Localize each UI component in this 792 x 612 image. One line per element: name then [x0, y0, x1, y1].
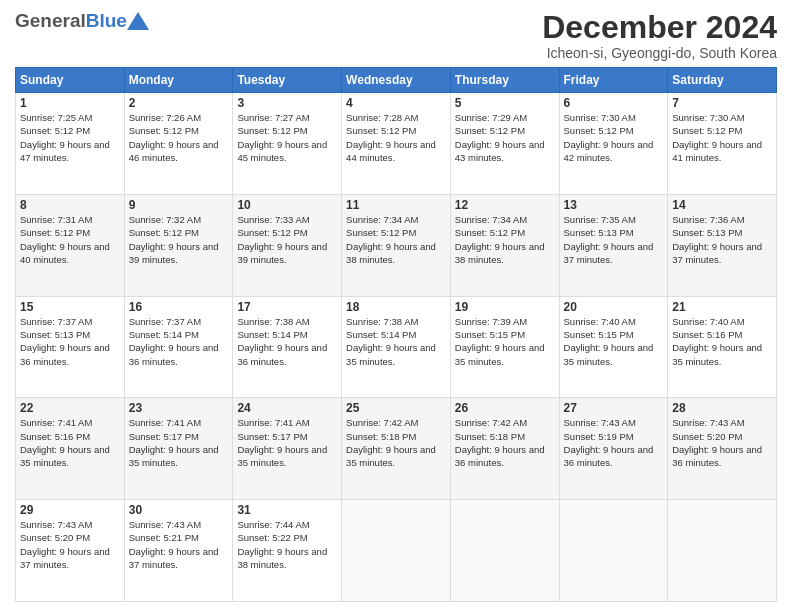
calendar-cell: 4 Sunrise: 7:28 AM Sunset: 5:12 PM Dayli…: [342, 93, 451, 195]
sunrise-label: Sunrise: 7:41 AM: [237, 417, 309, 428]
day-info: Sunrise: 7:37 AM Sunset: 5:14 PM Dayligh…: [129, 315, 229, 368]
daylight-label: Daylight: 9 hours and 37 minutes.: [20, 546, 110, 570]
daylight-label: Daylight: 9 hours and 35 minutes.: [346, 342, 436, 366]
sunrise-label: Sunrise: 7:43 AM: [672, 417, 744, 428]
sunrise-label: Sunrise: 7:36 AM: [672, 214, 744, 225]
day-info: Sunrise: 7:32 AM Sunset: 5:12 PM Dayligh…: [129, 213, 229, 266]
day-info: Sunrise: 7:39 AM Sunset: 5:15 PM Dayligh…: [455, 315, 555, 368]
sunset-label: Sunset: 5:18 PM: [346, 431, 416, 442]
day-number: 19: [455, 300, 555, 314]
daylight-label: Daylight: 9 hours and 41 minutes.: [672, 139, 762, 163]
day-number: 31: [237, 503, 337, 517]
sunset-label: Sunset: 5:12 PM: [129, 227, 199, 238]
day-number: 18: [346, 300, 446, 314]
sunrise-label: Sunrise: 7:40 AM: [672, 316, 744, 327]
calendar-cell: 17 Sunrise: 7:38 AM Sunset: 5:14 PM Dayl…: [233, 296, 342, 398]
month-title: December 2024: [542, 10, 777, 45]
header: General Blue December 2024 Icheon-si, Gy…: [15, 10, 777, 61]
daylight-label: Daylight: 9 hours and 38 minutes.: [237, 546, 327, 570]
daylight-label: Daylight: 9 hours and 42 minutes.: [564, 139, 654, 163]
sunrise-label: Sunrise: 7:37 AM: [20, 316, 92, 327]
sunrise-label: Sunrise: 7:38 AM: [346, 316, 418, 327]
calendar-cell: 30 Sunrise: 7:43 AM Sunset: 5:21 PM Dayl…: [124, 500, 233, 602]
sunrise-label: Sunrise: 7:30 AM: [672, 112, 744, 123]
sunset-label: Sunset: 5:14 PM: [129, 329, 199, 340]
sunset-label: Sunset: 5:21 PM: [129, 532, 199, 543]
day-info: Sunrise: 7:37 AM Sunset: 5:13 PM Dayligh…: [20, 315, 120, 368]
day-info: Sunrise: 7:26 AM Sunset: 5:12 PM Dayligh…: [129, 111, 229, 164]
calendar-cell: 24 Sunrise: 7:41 AM Sunset: 5:17 PM Dayl…: [233, 398, 342, 500]
daylight-label: Daylight: 9 hours and 36 minutes.: [672, 444, 762, 468]
calendar-cell: [559, 500, 668, 602]
calendar-cell: 3 Sunrise: 7:27 AM Sunset: 5:12 PM Dayli…: [233, 93, 342, 195]
day-info: Sunrise: 7:36 AM Sunset: 5:13 PM Dayligh…: [672, 213, 772, 266]
sunrise-label: Sunrise: 7:31 AM: [20, 214, 92, 225]
sunrise-label: Sunrise: 7:44 AM: [237, 519, 309, 530]
day-number: 20: [564, 300, 664, 314]
daylight-label: Daylight: 9 hours and 44 minutes.: [346, 139, 436, 163]
calendar-cell: 19 Sunrise: 7:39 AM Sunset: 5:15 PM Dayl…: [450, 296, 559, 398]
daylight-label: Daylight: 9 hours and 35 minutes.: [346, 444, 436, 468]
day-info: Sunrise: 7:33 AM Sunset: 5:12 PM Dayligh…: [237, 213, 337, 266]
calendar-header-saturday: Saturday: [668, 68, 777, 93]
sunset-label: Sunset: 5:14 PM: [346, 329, 416, 340]
logo-icon: [127, 12, 149, 30]
sunrise-label: Sunrise: 7:30 AM: [564, 112, 636, 123]
sunset-label: Sunset: 5:22 PM: [237, 532, 307, 543]
day-number: 27: [564, 401, 664, 415]
calendar-cell: 25 Sunrise: 7:42 AM Sunset: 5:18 PM Dayl…: [342, 398, 451, 500]
day-info: Sunrise: 7:38 AM Sunset: 5:14 PM Dayligh…: [346, 315, 446, 368]
sunset-label: Sunset: 5:12 PM: [237, 125, 307, 136]
day-info: Sunrise: 7:30 AM Sunset: 5:12 PM Dayligh…: [564, 111, 664, 164]
sunset-label: Sunset: 5:12 PM: [346, 227, 416, 238]
sunset-label: Sunset: 5:12 PM: [564, 125, 634, 136]
calendar-cell: 6 Sunrise: 7:30 AM Sunset: 5:12 PM Dayli…: [559, 93, 668, 195]
daylight-label: Daylight: 9 hours and 36 minutes.: [237, 342, 327, 366]
calendar-header-monday: Monday: [124, 68, 233, 93]
calendar-cell: 22 Sunrise: 7:41 AM Sunset: 5:16 PM Dayl…: [16, 398, 125, 500]
daylight-label: Daylight: 9 hours and 40 minutes.: [20, 241, 110, 265]
calendar-cell: 14 Sunrise: 7:36 AM Sunset: 5:13 PM Dayl…: [668, 194, 777, 296]
day-number: 8: [20, 198, 120, 212]
sunset-label: Sunset: 5:17 PM: [237, 431, 307, 442]
daylight-label: Daylight: 9 hours and 47 minutes.: [20, 139, 110, 163]
calendar-cell: 20 Sunrise: 7:40 AM Sunset: 5:15 PM Dayl…: [559, 296, 668, 398]
day-info: Sunrise: 7:34 AM Sunset: 5:12 PM Dayligh…: [346, 213, 446, 266]
sunset-label: Sunset: 5:12 PM: [672, 125, 742, 136]
logo-blue-text: Blue: [86, 10, 127, 32]
day-number: 21: [672, 300, 772, 314]
calendar-cell: 28 Sunrise: 7:43 AM Sunset: 5:20 PM Dayl…: [668, 398, 777, 500]
daylight-label: Daylight: 9 hours and 35 minutes.: [237, 444, 327, 468]
day-info: Sunrise: 7:38 AM Sunset: 5:14 PM Dayligh…: [237, 315, 337, 368]
calendar-week-4: 22 Sunrise: 7:41 AM Sunset: 5:16 PM Dayl…: [16, 398, 777, 500]
daylight-label: Daylight: 9 hours and 37 minutes.: [564, 241, 654, 265]
svg-marker-0: [127, 12, 149, 30]
day-number: 10: [237, 198, 337, 212]
sunset-label: Sunset: 5:15 PM: [564, 329, 634, 340]
sunset-label: Sunset: 5:13 PM: [672, 227, 742, 238]
sunset-label: Sunset: 5:12 PM: [455, 227, 525, 238]
day-info: Sunrise: 7:40 AM Sunset: 5:15 PM Dayligh…: [564, 315, 664, 368]
sunset-label: Sunset: 5:14 PM: [237, 329, 307, 340]
day-info: Sunrise: 7:34 AM Sunset: 5:12 PM Dayligh…: [455, 213, 555, 266]
daylight-label: Daylight: 9 hours and 38 minutes.: [455, 241, 545, 265]
calendar-week-2: 8 Sunrise: 7:31 AM Sunset: 5:12 PM Dayli…: [16, 194, 777, 296]
daylight-label: Daylight: 9 hours and 39 minutes.: [237, 241, 327, 265]
calendar-week-3: 15 Sunrise: 7:37 AM Sunset: 5:13 PM Dayl…: [16, 296, 777, 398]
day-number: 2: [129, 96, 229, 110]
day-info: Sunrise: 7:29 AM Sunset: 5:12 PM Dayligh…: [455, 111, 555, 164]
calendar-cell: 1 Sunrise: 7:25 AM Sunset: 5:12 PM Dayli…: [16, 93, 125, 195]
sunset-label: Sunset: 5:12 PM: [20, 125, 90, 136]
day-info: Sunrise: 7:43 AM Sunset: 5:21 PM Dayligh…: [129, 518, 229, 571]
sunrise-label: Sunrise: 7:43 AM: [129, 519, 201, 530]
day-number: 24: [237, 401, 337, 415]
daylight-label: Daylight: 9 hours and 36 minutes.: [20, 342, 110, 366]
sunset-label: Sunset: 5:12 PM: [346, 125, 416, 136]
sunset-label: Sunset: 5:20 PM: [672, 431, 742, 442]
day-info: Sunrise: 7:30 AM Sunset: 5:12 PM Dayligh…: [672, 111, 772, 164]
calendar-header-tuesday: Tuesday: [233, 68, 342, 93]
day-info: Sunrise: 7:42 AM Sunset: 5:18 PM Dayligh…: [346, 416, 446, 469]
calendar-cell: 7 Sunrise: 7:30 AM Sunset: 5:12 PM Dayli…: [668, 93, 777, 195]
sunset-label: Sunset: 5:16 PM: [672, 329, 742, 340]
calendar-cell: 18 Sunrise: 7:38 AM Sunset: 5:14 PM Dayl…: [342, 296, 451, 398]
